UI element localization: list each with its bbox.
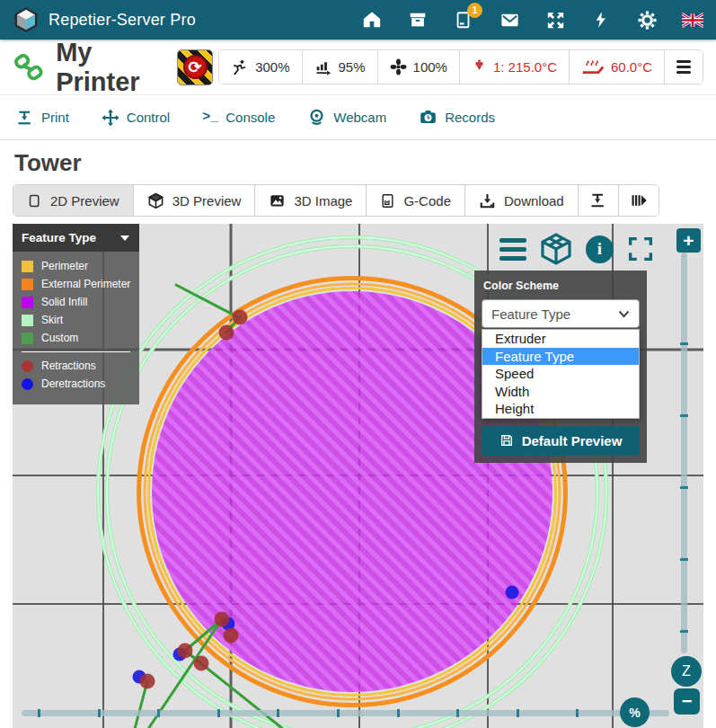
slider-tick bbox=[157, 709, 160, 717]
slider-tick bbox=[456, 709, 459, 717]
color-scheme-panel: Color Scheme Feature Type ExtruderFeatur… bbox=[474, 271, 647, 463]
tab-records[interactable]: Records bbox=[419, 108, 495, 127]
image-icon bbox=[269, 192, 286, 209]
legend-item: External Perimeter bbox=[22, 278, 139, 290]
menu-icon bbox=[676, 60, 691, 74]
slider-tick bbox=[517, 709, 519, 717]
slider-tick bbox=[217, 709, 220, 717]
printer-name: My Printer bbox=[56, 38, 177, 97]
printer-header: My Printer ⟳ 300% 95% bbox=[0, 40, 716, 95]
zoom-out-button[interactable]: − bbox=[674, 688, 700, 715]
z-mode-button[interactable]: Z bbox=[671, 656, 702, 687]
language-flag-icon[interactable] bbox=[682, 9, 703, 31]
tab-console[interactable]: >_ Console bbox=[202, 110, 275, 125]
tab-print[interactable]: Print bbox=[16, 109, 69, 127]
messages-icon[interactable] bbox=[499, 9, 520, 31]
cube-3d-icon[interactable] bbox=[538, 231, 574, 267]
view-3d-image-button[interactable]: 3D Image bbox=[255, 185, 367, 216]
button-label: Default Preview bbox=[522, 433, 623, 448]
save-icon bbox=[499, 433, 514, 448]
fullscreen-icon[interactable] bbox=[625, 234, 656, 264]
settings-gear-icon[interactable] bbox=[636, 9, 658, 31]
color-scheme-option[interactable]: Speed bbox=[482, 365, 639, 383]
legend-color-swatch bbox=[22, 261, 33, 272]
print-queue-icon[interactable]: 1 bbox=[453, 9, 474, 31]
legend-item: Deretractions bbox=[22, 377, 139, 390]
legend-item: Retractions bbox=[22, 360, 139, 372]
color-scheme-options-list: ExtruderFeature TypeSpeedWidthHeight bbox=[482, 329, 640, 419]
slider-tick bbox=[680, 630, 688, 633]
flow-chip[interactable]: 95% bbox=[303, 50, 378, 84]
default-preview-button[interactable]: Default Preview bbox=[482, 426, 640, 456]
horizontal-position-slider[interactable] bbox=[22, 710, 669, 716]
records-camera-icon bbox=[419, 108, 438, 127]
power-bolt-icon[interactable] bbox=[590, 9, 612, 31]
view-2d-preview-button[interactable]: 2D Preview bbox=[13, 185, 134, 216]
slider-tick bbox=[680, 414, 688, 417]
button-label: 2D Preview bbox=[50, 193, 119, 209]
fullscreen-arrows-icon[interactable] bbox=[544, 9, 566, 31]
bed-temp-chip[interactable]: 60.0°C bbox=[570, 50, 665, 84]
square-outline-icon bbox=[27, 192, 42, 209]
feature-legend: Feature Type PerimeterExternal Perimeter… bbox=[13, 224, 139, 404]
color-scheme-option[interactable]: Extruder bbox=[482, 330, 639, 348]
home-icon[interactable] bbox=[361, 9, 383, 31]
legend-color-swatch bbox=[22, 315, 33, 326]
extruder-temp-chip[interactable]: 1: 215.0°C bbox=[460, 50, 570, 84]
tab-webcam[interactable]: Webcam bbox=[307, 108, 386, 127]
button-label: Download bbox=[504, 193, 564, 209]
speed-runner-icon bbox=[231, 59, 249, 75]
printer-menu-button[interactable] bbox=[665, 50, 703, 84]
legend-item: Custom bbox=[22, 332, 139, 344]
view-3d-preview-button[interactable]: 3D Preview bbox=[134, 185, 256, 216]
emergency-stop-button[interactable]: ⟳ bbox=[177, 49, 213, 85]
vertical-layer-slider[interactable] bbox=[681, 253, 687, 653]
color-scheme-option[interactable]: Feature Type bbox=[482, 348, 639, 366]
cube-icon bbox=[147, 192, 164, 209]
color-scheme-option[interactable]: Width bbox=[482, 383, 639, 401]
preview-menu-icon[interactable] bbox=[499, 238, 526, 261]
speed-chip[interactable]: 300% bbox=[219, 50, 302, 84]
gcode-button[interactable]: G G-Code bbox=[367, 185, 465, 216]
button-label: 3D Preview bbox=[172, 193, 242, 209]
fan-chip[interactable]: 100% bbox=[378, 50, 460, 84]
legend-item-label: Custom bbox=[41, 332, 78, 344]
gcode-file-icon: G bbox=[380, 192, 395, 209]
download-button[interactable]: Download bbox=[465, 185, 579, 216]
layers-play-icon bbox=[630, 191, 648, 209]
legend-item-label: Perimeter bbox=[41, 260, 88, 272]
zoom-in-button[interactable]: + bbox=[676, 228, 701, 253]
color-scheme-option[interactable]: Height bbox=[482, 400, 639, 418]
legend-header-dropdown[interactable]: Feature Type bbox=[13, 224, 139, 252]
legend-item-label: Skirt bbox=[41, 314, 63, 326]
selected-option: Feature Type bbox=[491, 306, 570, 322]
tab-label: Console bbox=[225, 110, 275, 125]
percent-button[interactable]: % bbox=[620, 697, 650, 727]
tab-control[interactable]: Control bbox=[102, 109, 170, 127]
archive-box-icon[interactable] bbox=[407, 9, 429, 31]
heated-bed-icon bbox=[581, 58, 605, 75]
legend-color-swatch bbox=[22, 297, 33, 308]
status-chips: 300% 95% 100% bbox=[218, 49, 703, 84]
legend-title: Feature Type bbox=[22, 231, 96, 244]
flow-value: 95% bbox=[339, 59, 366, 75]
layer-play-button[interactable] bbox=[619, 185, 659, 216]
speed-value: 300% bbox=[255, 59, 289, 75]
legend-item-label: External Perimeter bbox=[41, 278, 130, 290]
bed-temp-value: 60.0°C bbox=[611, 59, 652, 75]
slider-tick bbox=[680, 342, 688, 345]
slider-tick bbox=[680, 558, 688, 561]
info-icon[interactable]: i bbox=[586, 235, 614, 263]
printer-status-group: ⟳ 300% 95% bbox=[177, 49, 703, 85]
button-label: G-Code bbox=[403, 193, 451, 209]
legend-color-swatch bbox=[22, 333, 33, 344]
printer-icon bbox=[589, 191, 607, 209]
legend-item-label: Solid Infill bbox=[41, 296, 87, 308]
reprint-button[interactable] bbox=[579, 185, 619, 216]
print-icon bbox=[16, 109, 34, 127]
top-navbar: Repetier-Server Pro 1 bbox=[0, 0, 716, 40]
slider-tick bbox=[277, 709, 279, 717]
color-scheme-select[interactable]: Feature Type bbox=[482, 299, 640, 328]
gcode-2d-preview-canvas[interactable]: Feature Type PerimeterExternal Perimeter… bbox=[13, 224, 703, 728]
brand[interactable]: Repetier-Server Pro bbox=[13, 6, 196, 33]
